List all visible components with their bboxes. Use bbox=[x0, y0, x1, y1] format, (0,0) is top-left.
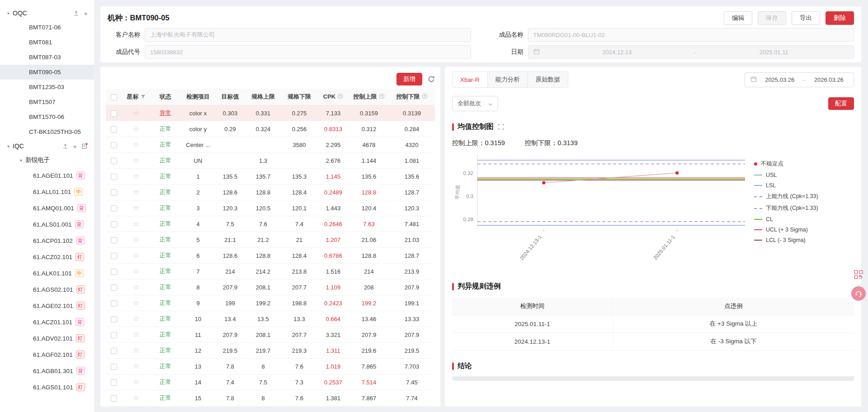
status-text[interactable]: 正常 bbox=[160, 315, 171, 322]
star-icon[interactable]: ☆ bbox=[133, 378, 139, 386]
product-name-input[interactable]: TM090RDG01-00-BLU1-02 bbox=[528, 28, 854, 42]
table-row[interactable]: ☆ 正常 2 128.6 128.8 128.4 0.2489 128.8 12… bbox=[106, 185, 435, 200]
star-icon[interactable]: ☆ bbox=[133, 394, 139, 402]
star-icon[interactable]: ☆ bbox=[133, 299, 139, 307]
table-row[interactable]: ☆ 正常 Center ... 3580 2.295 4678 4320 bbox=[106, 137, 435, 153]
filter-icon[interactable] bbox=[141, 94, 146, 100]
status-text[interactable]: 正常 bbox=[160, 220, 171, 227]
legend-item[interactable]: 上能力线 (Cpk=1.33) bbox=[754, 193, 818, 200]
sidebar-item[interactable]: BMT1507 bbox=[0, 95, 94, 109]
table-row[interactable]: ☆ 正常 11 207.9 208.1 207.7 3.321 207.9 20… bbox=[106, 327, 435, 343]
table-row[interactable]: ☆ 正常 13 7.8 8 7.6 1.019 7.865 7.703 bbox=[106, 359, 435, 374]
legend-item[interactable]: LCL (- 3 Sigma) bbox=[754, 237, 818, 243]
legend-item[interactable]: LSL bbox=[754, 182, 818, 189]
row-checkbox[interactable] bbox=[111, 142, 117, 148]
clipboard-notification-icon[interactable] bbox=[81, 143, 88, 149]
row-checkbox[interactable] bbox=[111, 284, 117, 291]
sidebar-item[interactable]: 61.AMQ01.001 背 bbox=[0, 200, 94, 216]
sidebar-item[interactable]: 61.ALK01.101 中 bbox=[0, 265, 94, 281]
sidebar-item[interactable]: 61.ACP01.102 背 bbox=[0, 232, 94, 249]
table-row[interactable]: ☆ 正常 14 7.4 7.5 7.3 0.2537 7.514 7.45 bbox=[106, 374, 435, 390]
sidebar-item[interactable]: BMT071-06 bbox=[0, 20, 94, 35]
sidebar-item[interactable]: BMT1235-03 bbox=[0, 80, 94, 95]
star-icon[interactable]: ☆ bbox=[133, 346, 139, 354]
row-checkbox[interactable] bbox=[111, 395, 117, 402]
table-row[interactable]: ☆ 正常 9 199 199.2 198.8 0.2423 199.2 199.… bbox=[106, 295, 435, 311]
row-checkbox[interactable] bbox=[111, 110, 117, 117]
sidebar-item[interactable]: CT-BK1025TH3-05 bbox=[0, 124, 94, 139]
sidebar-item[interactable]: 61.AGE02.101 灯 bbox=[0, 298, 94, 314]
status-text[interactable]: 正常 bbox=[160, 284, 171, 290]
row-checkbox[interactable] bbox=[111, 300, 117, 307]
row-checkbox[interactable] bbox=[111, 126, 117, 133]
status-text[interactable]: 正常 bbox=[160, 363, 171, 369]
star-icon[interactable]: ☆ bbox=[133, 283, 139, 291]
star-icon[interactable]: ☆ bbox=[133, 156, 139, 164]
sidebar-item[interactable]: 61.AGE01.101 背 bbox=[0, 167, 94, 184]
status-text[interactable]: 正常 bbox=[160, 252, 171, 259]
table-row[interactable]: ☆ 正常 16 7.4 7.5 7.3 1.278 7.463 7.422 bbox=[106, 406, 435, 407]
star-icon[interactable]: ☆ bbox=[133, 331, 139, 338]
table-row[interactable]: ☆ 正常 10 13.4 13.5 13.3 0.664 13.46 13.33 bbox=[106, 311, 435, 327]
refresh-icon[interactable] bbox=[428, 76, 435, 83]
status-text[interactable]: 正常 bbox=[160, 173, 171, 180]
tab-xbar-r[interactable]: Xbar-R bbox=[453, 72, 488, 87]
tab-capability-analysis[interactable]: 能力分析 bbox=[488, 72, 528, 87]
status-text[interactable]: 正常 bbox=[160, 394, 171, 401]
sidebar-item[interactable]: 61.AGF02.101 灯 bbox=[0, 346, 94, 363]
export-icon[interactable] bbox=[62, 143, 68, 149]
table-row[interactable]: ☆ 正常 5 21.1 21.2 21 1.207 21.06 21.03 bbox=[106, 232, 435, 248]
sidebar-item[interactable]: BMT081 bbox=[0, 35, 94, 50]
star-icon[interactable]: ☆ bbox=[133, 267, 139, 275]
sidebar-subgroup-vendor[interactable]: ▾ 新锐电子 bbox=[0, 153, 94, 167]
status-text[interactable]: 正常 bbox=[160, 125, 171, 132]
sidebar-item[interactable]: 61.ADV02.101 灯 bbox=[0, 330, 94, 346]
star-icon[interactable]: ☆ bbox=[133, 125, 139, 133]
sidebar-item[interactable]: 61.AGS02.101 灯 bbox=[0, 281, 94, 298]
select-all-checkbox[interactable] bbox=[111, 94, 117, 100]
edit-button[interactable]: 编辑 bbox=[724, 11, 752, 25]
row-checkbox[interactable] bbox=[111, 237, 117, 243]
save-button[interactable]: 保存 bbox=[758, 11, 786, 25]
legend-item[interactable]: 不稳定点 bbox=[754, 160, 818, 168]
info-icon[interactable]: ? bbox=[337, 94, 343, 100]
star-icon[interactable]: ☆ bbox=[133, 251, 139, 259]
status-text[interactable]: 正常 bbox=[160, 141, 171, 148]
star-icon[interactable]: ☆ bbox=[133, 204, 139, 212]
status-text[interactable]: 正常 bbox=[160, 157, 171, 164]
status-text[interactable]: 正常 bbox=[160, 347, 171, 354]
row-checkbox[interactable] bbox=[111, 269, 117, 275]
date-range-input[interactable]: 2024.12.13 - 2025.01.11 bbox=[528, 45, 854, 59]
status-text[interactable]: 正常 bbox=[160, 189, 171, 195]
legend-item[interactable]: USL bbox=[754, 172, 818, 178]
table-row[interactable]: ☆ 正常 7 214 214.2 213.8 1.516 214 213.9 bbox=[106, 264, 435, 279]
caret-down-icon[interactable]: ▾ bbox=[7, 144, 9, 149]
star-icon[interactable]: ☆ bbox=[133, 188, 139, 196]
table-row[interactable]: ☆ 异常 color x 0.303 0.331 0.275 7.133 0.3… bbox=[106, 105, 435, 121]
table-row[interactable]: ☆ 正常 1 135.5 135.7 135.3 1.145 135.6 135… bbox=[106, 169, 435, 185]
status-text[interactable]: 正常 bbox=[160, 299, 171, 306]
status-text[interactable]: 正常 bbox=[160, 331, 171, 338]
row-checkbox[interactable] bbox=[111, 174, 117, 180]
sidebar-item[interactable]: BMT087-03 bbox=[0, 50, 94, 65]
qrcode-float-button[interactable] bbox=[853, 269, 864, 280]
row-checkbox[interactable] bbox=[111, 348, 117, 354]
sidebar-item[interactable]: 61.ALS01.001 背 bbox=[0, 216, 94, 232]
add-item-button[interactable]: 新增 bbox=[396, 73, 422, 85]
delete-button[interactable]: 删除 bbox=[826, 11, 854, 25]
add-icon[interactable]: + bbox=[73, 143, 77, 150]
sidebar-item[interactable]: 61.AGB01.301 背 bbox=[0, 363, 94, 379]
export-icon[interactable] bbox=[73, 10, 79, 16]
star-icon[interactable]: ☆ bbox=[133, 141, 139, 148]
table-row[interactable]: ☆ 正常 color y 0.29 0.324 0.256 0.8313 0.3… bbox=[106, 121, 435, 137]
star-icon[interactable]: ☆ bbox=[133, 109, 139, 117]
table-row[interactable]: ☆ 正常 3 120.3 120.5 120.1 1.443 120.4 120… bbox=[106, 200, 435, 216]
caret-down-icon[interactable]: ▾ bbox=[20, 158, 22, 163]
row-checkbox[interactable] bbox=[111, 332, 117, 338]
sidebar-group-iqc[interactable]: ▾ IQC + bbox=[0, 139, 94, 153]
add-icon[interactable]: + bbox=[84, 10, 88, 17]
sidebar-item[interactable]: 61.ACZ01.101 背 bbox=[0, 314, 94, 330]
status-text[interactable]: 正常 bbox=[160, 204, 171, 211]
status-text[interactable]: 正常 bbox=[160, 236, 171, 243]
customer-input[interactable]: 上海中航光电子有限公司 bbox=[145, 28, 471, 42]
